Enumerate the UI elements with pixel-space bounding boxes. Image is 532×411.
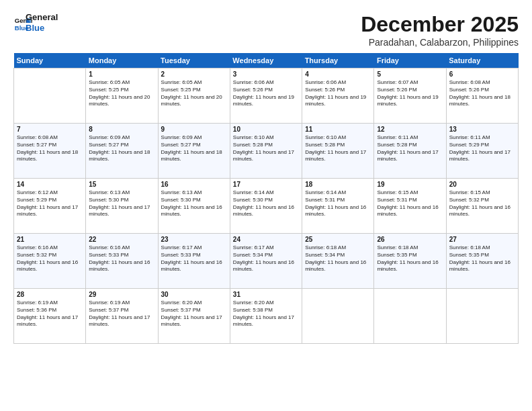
week-row-2: 7 Sunrise: 6:08 AM Sunset: 5:27 PM Dayli… bbox=[14, 124, 519, 179]
sunrise-text: Sunrise: 6:14 AM bbox=[305, 189, 346, 195]
table-cell: 28 Sunrise: 6:19 AM Sunset: 5:36 PM Dayl… bbox=[14, 289, 86, 344]
daylight-text: Daylight: 11 hours and 16 minutes. bbox=[449, 204, 511, 218]
header: General Blue General Blue December 2025 … bbox=[13, 12, 519, 48]
sunrise-text: Sunrise: 6:18 AM bbox=[305, 244, 346, 250]
sunset-text: Sunset: 5:31 PM bbox=[377, 197, 416, 203]
table-cell: 17 Sunrise: 6:14 AM Sunset: 5:30 PM Dayl… bbox=[230, 179, 302, 234]
day-number: 25 bbox=[305, 236, 371, 243]
table-cell: 4 Sunrise: 6:06 AM Sunset: 5:26 PM Dayli… bbox=[302, 68, 374, 124]
sunrise-text: Sunrise: 6:05 AM bbox=[161, 79, 202, 85]
cell-info: Sunrise: 6:20 AM Sunset: 5:37 PM Dayligh… bbox=[161, 300, 227, 328]
title-block: December 2025 Paradahan, Calabarzon, Phi… bbox=[361, 12, 519, 48]
cell-info: Sunrise: 6:08 AM Sunset: 5:27 PM Dayligh… bbox=[17, 134, 83, 163]
cell-info: Sunrise: 6:20 AM Sunset: 5:38 PM Dayligh… bbox=[233, 300, 299, 328]
sunrise-text: Sunrise: 6:12 AM bbox=[17, 189, 58, 195]
sunrise-text: Sunrise: 6:07 AM bbox=[377, 79, 418, 85]
daylight-text: Daylight: 11 hours and 16 minutes. bbox=[377, 204, 438, 218]
day-number: 12 bbox=[377, 126, 443, 133]
daylight-text: Daylight: 11 hours and 17 minutes. bbox=[233, 314, 294, 328]
sunset-text: Sunset: 5:31 PM bbox=[305, 197, 345, 203]
table-cell: 1 Sunrise: 6:05 AM Sunset: 5:25 PM Dayli… bbox=[86, 68, 158, 124]
calendar-page: General Blue General Blue December 2025 … bbox=[0, 0, 532, 411]
sunrise-text: Sunrise: 6:16 AM bbox=[89, 244, 130, 250]
header-wednesday: Wednesday bbox=[230, 53, 302, 68]
cell-info: Sunrise: 6:14 AM Sunset: 5:31 PM Dayligh… bbox=[305, 189, 371, 218]
header-tuesday: Tuesday bbox=[158, 53, 230, 68]
day-number: 14 bbox=[17, 181, 83, 188]
day-number: 24 bbox=[233, 236, 299, 243]
daylight-text: Daylight: 11 hours and 17 minutes. bbox=[449, 149, 511, 163]
sunset-text: Sunset: 5:28 PM bbox=[377, 142, 416, 148]
sunrise-text: Sunrise: 6:06 AM bbox=[305, 79, 346, 85]
month-title: December 2025 bbox=[361, 12, 519, 37]
header-thursday: Thursday bbox=[302, 53, 374, 68]
day-number: 11 bbox=[305, 126, 371, 133]
daylight-text: Daylight: 11 hours and 18 minutes. bbox=[161, 149, 222, 163]
sunset-text: Sunset: 5:38 PM bbox=[233, 307, 273, 313]
day-number: 29 bbox=[89, 291, 154, 298]
header-friday: Friday bbox=[374, 53, 446, 68]
sunset-text: Sunset: 5:26 PM bbox=[305, 87, 345, 93]
sunset-text: Sunset: 5:27 PM bbox=[161, 142, 201, 148]
sunrise-text: Sunrise: 6:15 AM bbox=[449, 189, 490, 195]
table-cell: 8 Sunrise: 6:09 AM Sunset: 5:27 PM Dayli… bbox=[86, 124, 158, 179]
week-row-5: 28 Sunrise: 6:19 AM Sunset: 5:36 PM Dayl… bbox=[14, 289, 519, 344]
sunrise-text: Sunrise: 6:13 AM bbox=[89, 189, 130, 195]
sunset-text: Sunset: 5:27 PM bbox=[17, 142, 56, 148]
table-cell: 19 Sunrise: 6:15 AM Sunset: 5:31 PM Dayl… bbox=[374, 179, 446, 234]
cell-info: Sunrise: 6:19 AM Sunset: 5:37 PM Dayligh… bbox=[89, 300, 154, 328]
day-number: 10 bbox=[233, 126, 299, 133]
cell-info: Sunrise: 6:06 AM Sunset: 5:26 PM Dayligh… bbox=[305, 79, 371, 108]
table-cell bbox=[14, 68, 86, 124]
sunrise-text: Sunrise: 6:10 AM bbox=[305, 134, 346, 140]
table-cell bbox=[302, 289, 374, 344]
day-number: 23 bbox=[161, 236, 227, 243]
sunrise-text: Sunrise: 6:05 AM bbox=[89, 79, 130, 85]
cell-info: Sunrise: 6:09 AM Sunset: 5:27 PM Dayligh… bbox=[89, 134, 154, 163]
sunrise-text: Sunrise: 6:18 AM bbox=[449, 244, 490, 250]
cell-info: Sunrise: 6:11 AM Sunset: 5:28 PM Dayligh… bbox=[377, 134, 443, 163]
cell-info: Sunrise: 6:10 AM Sunset: 5:28 PM Dayligh… bbox=[305, 134, 371, 163]
daylight-text: Daylight: 11 hours and 16 minutes. bbox=[161, 259, 222, 273]
day-number: 6 bbox=[449, 71, 515, 78]
table-cell bbox=[374, 289, 446, 344]
cell-info: Sunrise: 6:17 AM Sunset: 5:34 PM Dayligh… bbox=[233, 244, 299, 273]
daylight-text: Daylight: 11 hours and 16 minutes. bbox=[305, 204, 366, 218]
sunset-text: Sunset: 5:30 PM bbox=[161, 197, 201, 203]
table-cell: 21 Sunrise: 6:16 AM Sunset: 5:32 PM Dayl… bbox=[14, 234, 86, 289]
sunrise-text: Sunrise: 6:09 AM bbox=[161, 134, 202, 140]
daylight-text: Daylight: 11 hours and 17 minutes. bbox=[305, 149, 366, 163]
daylight-text: Daylight: 11 hours and 18 minutes. bbox=[17, 149, 78, 163]
sunrise-text: Sunrise: 6:18 AM bbox=[377, 244, 418, 250]
sunrise-text: Sunrise: 6:08 AM bbox=[17, 134, 58, 140]
cell-info: Sunrise: 6:15 AM Sunset: 5:31 PM Dayligh… bbox=[377, 189, 443, 218]
cell-info: Sunrise: 6:08 AM Sunset: 5:26 PM Dayligh… bbox=[449, 79, 515, 108]
sunrise-text: Sunrise: 6:17 AM bbox=[233, 244, 274, 250]
day-number: 3 bbox=[233, 71, 299, 78]
cell-info: Sunrise: 6:18 AM Sunset: 5:34 PM Dayligh… bbox=[305, 244, 371, 273]
daylight-text: Daylight: 11 hours and 18 minutes. bbox=[449, 94, 511, 107]
daylight-text: Daylight: 11 hours and 17 minutes. bbox=[89, 314, 150, 328]
header-saturday: Saturday bbox=[446, 53, 518, 68]
sunset-text: Sunset: 5:32 PM bbox=[449, 197, 489, 203]
cell-info: Sunrise: 6:09 AM Sunset: 5:27 PM Dayligh… bbox=[161, 134, 227, 163]
day-number: 2 bbox=[161, 71, 227, 78]
table-cell: 15 Sunrise: 6:13 AM Sunset: 5:30 PM Dayl… bbox=[86, 179, 158, 234]
header-monday: Monday bbox=[86, 53, 158, 68]
table-cell: 23 Sunrise: 6:17 AM Sunset: 5:33 PM Dayl… bbox=[158, 234, 230, 289]
cell-info: Sunrise: 6:16 AM Sunset: 5:33 PM Dayligh… bbox=[89, 244, 154, 273]
day-number: 9 bbox=[161, 126, 227, 133]
week-row-4: 21 Sunrise: 6:16 AM Sunset: 5:32 PM Dayl… bbox=[14, 234, 519, 289]
day-number: 21 bbox=[17, 236, 83, 243]
sunrise-text: Sunrise: 6:15 AM bbox=[377, 189, 418, 195]
calendar-table: Sunday Monday Tuesday Wednesday Thursday… bbox=[13, 53, 519, 344]
cell-info: Sunrise: 6:18 AM Sunset: 5:35 PM Dayligh… bbox=[377, 244, 443, 273]
cell-info: Sunrise: 6:05 AM Sunset: 5:25 PM Dayligh… bbox=[161, 79, 227, 108]
sunset-text: Sunset: 5:30 PM bbox=[89, 197, 128, 203]
daylight-text: Daylight: 11 hours and 19 minutes. bbox=[233, 94, 294, 107]
sunrise-text: Sunrise: 6:20 AM bbox=[161, 300, 202, 306]
sunset-text: Sunset: 5:36 PM bbox=[17, 307, 56, 313]
table-cell: 14 Sunrise: 6:12 AM Sunset: 5:29 PM Dayl… bbox=[14, 179, 86, 234]
sunset-text: Sunset: 5:34 PM bbox=[233, 252, 273, 258]
day-number: 15 bbox=[89, 181, 154, 188]
